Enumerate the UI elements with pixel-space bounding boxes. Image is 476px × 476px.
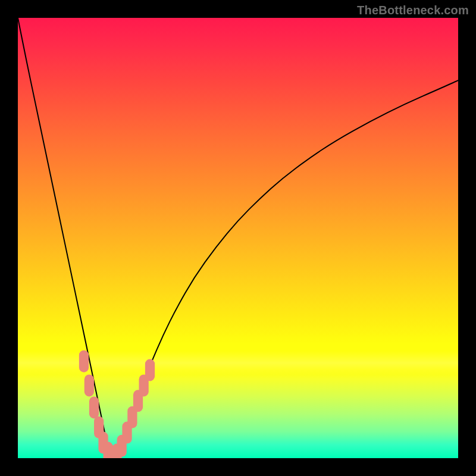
marker-pill [145,359,155,381]
watermark-label: TheBottleneck.com [357,4,469,17]
bottleneck-curve [18,18,458,458]
chart-svg [18,18,458,458]
marker-pill [79,350,89,372]
plot-area [18,18,458,458]
curve-layer [18,18,458,458]
marker-pill [89,396,99,418]
chart-frame: TheBottleneck.com [0,0,476,476]
marker-pill [84,374,94,396]
